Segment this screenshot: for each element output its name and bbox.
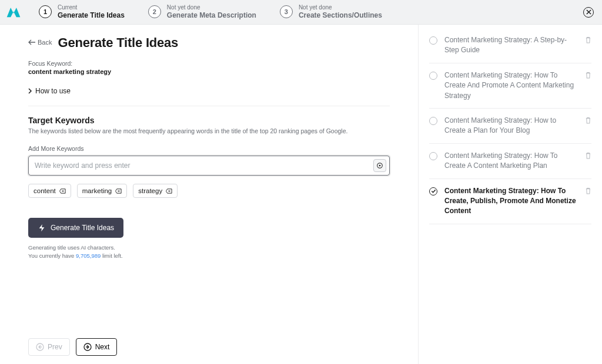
step-number: 1 — [39, 5, 52, 18]
chip-label: strategy — [138, 187, 162, 194]
target-icon — [376, 162, 383, 169]
title-item: Content Marketing Strategy: How To Creat… — [429, 63, 591, 109]
title-delete-button[interactable] — [585, 152, 591, 159]
title-item: Content Marketing Strategy: A Step-by-St… — [429, 35, 591, 63]
svg-point-1 — [379, 165, 381, 167]
trash-icon — [585, 187, 591, 194]
backspace-icon — [59, 188, 66, 194]
title-select-radio[interactable] — [429, 117, 437, 125]
title-text[interactable]: Content Marketing Strategy: How To Creat… — [444, 70, 578, 101]
chip-remove-button[interactable] — [166, 188, 172, 194]
title-text[interactable]: Content Marketing Strategy: How to Creat… — [444, 116, 578, 136]
title-select-radio[interactable] — [429, 36, 437, 45]
title-delete-button[interactable] — [585, 72, 591, 79]
close-button[interactable] — [583, 7, 594, 18]
step-status: Current — [58, 4, 125, 11]
arrow-left-icon — [28, 39, 35, 45]
trash-icon — [585, 72, 591, 79]
app-logo — [6, 5, 21, 20]
step-number: 2 — [148, 5, 161, 18]
title-select-radio[interactable] — [429, 152, 437, 160]
arrow-right-circle-icon — [83, 343, 92, 351]
credits-remaining: 9,705,989 — [76, 252, 101, 259]
back-label: Back — [38, 39, 52, 46]
title-text[interactable]: Content Marketing Strategy: A Step-by-St… — [444, 35, 578, 56]
step-title: Generate Meta Description — [167, 11, 256, 19]
chip-remove-button[interactable] — [115, 188, 122, 194]
target-keywords-heading: Target Keywords — [28, 116, 390, 125]
keyword-input[interactable] — [28, 156, 390, 176]
focus-keyword-label: Focus Keyword: — [28, 60, 390, 67]
chip-label: marketing — [82, 187, 112, 194]
step-title: Create Sections/Outlines — [299, 11, 382, 19]
how-to-use-toggle[interactable]: How to use — [28, 87, 390, 106]
keyword-chips: content marketing strategy — [28, 184, 390, 198]
focus-keyword-value: content marketing strategy — [28, 68, 390, 75]
backspace-icon — [115, 188, 122, 194]
generate-title-ideas-button[interactable]: Generate Title Ideas — [28, 218, 123, 238]
suggest-keywords-button[interactable] — [373, 159, 386, 172]
title-text[interactable]: Content Marketing Strategy: How To Creat… — [444, 186, 578, 217]
title-item: Content Marketing Strategy: How to Creat… — [429, 109, 591, 144]
step-number: 3 — [280, 5, 293, 18]
step-3[interactable]: 3 Not yet done Create Sections/Outlines — [280, 4, 382, 19]
generated-titles-panel: Content Marketing Strategy: A Step-by-St… — [419, 25, 602, 364]
generate-button-label: Generate Title Ideas — [51, 224, 114, 232]
title-delete-button[interactable] — [585, 117, 591, 124]
step-title: Generate Title Ideas — [58, 11, 125, 19]
ai-credits-note: Generating title uses AI characters. You… — [28, 244, 390, 261]
main-panel: Back Generate Title Ideas Focus Keyword:… — [0, 25, 419, 364]
title-delete-button[interactable] — [585, 36, 591, 43]
keyword-chip: strategy — [133, 184, 178, 198]
titles-list: Content Marketing Strategy: A Step-by-St… — [429, 35, 591, 224]
add-keywords-label: Add More Keywords — [28, 145, 390, 152]
step-2[interactable]: 2 Not yet done Generate Meta Description — [148, 4, 256, 19]
title-select-radio[interactable] — [429, 187, 437, 196]
bolt-icon — [38, 224, 46, 232]
how-to-use-label: How to use — [35, 87, 71, 95]
page-title: Generate Title Ideas — [58, 35, 178, 50]
close-icon — [586, 9, 591, 15]
target-keywords-section: Target Keywords The keywords listed belo… — [28, 116, 390, 261]
title-item: Content Marketing Strategy: How To Creat… — [429, 144, 591, 179]
title-text[interactable]: Content Marketing Strategy: How To Creat… — [444, 151, 578, 171]
wizard-steps: 1 Current Generate Title Ideas 2 Not yet… — [39, 4, 571, 19]
prev-button: Prev — [28, 338, 70, 356]
chip-remove-button[interactable] — [59, 188, 66, 194]
step-1[interactable]: 1 Current Generate Title Ideas — [39, 4, 125, 19]
back-button[interactable]: Back — [28, 39, 52, 46]
trash-icon — [585, 152, 591, 159]
prev-label: Prev — [48, 343, 62, 351]
target-keywords-desc: The keywords listed below are the most f… — [28, 127, 390, 134]
next-label: Next — [95, 343, 110, 351]
step-status: Not yet done — [167, 4, 256, 11]
title-select-radio[interactable] — [429, 72, 437, 80]
trash-icon — [585, 36, 591, 43]
next-button[interactable]: Next — [76, 338, 118, 356]
check-icon — [431, 188, 436, 194]
keyword-chip: marketing — [77, 184, 128, 198]
backspace-icon — [166, 188, 172, 194]
keyword-chip: content — [28, 184, 71, 198]
trash-icon — [585, 117, 591, 124]
wizard-footer: Prev Next — [28, 338, 117, 356]
chip-label: content — [34, 187, 56, 194]
title-delete-button[interactable] — [585, 187, 591, 194]
step-status: Not yet done — [299, 4, 382, 11]
chevron-right-icon — [28, 88, 32, 94]
arrow-left-circle-icon — [36, 343, 44, 351]
top-bar: 1 Current Generate Title Ideas 2 Not yet… — [0, 0, 602, 25]
title-item: Content Marketing Strategy: How To Creat… — [429, 179, 591, 224]
